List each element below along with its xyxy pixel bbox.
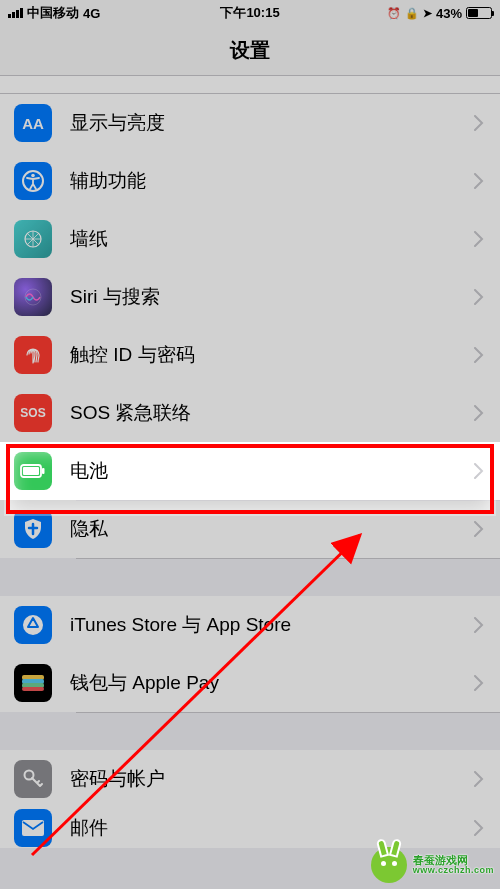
row-label: SOS 紧急联络	[70, 400, 474, 426]
siri-icon	[14, 278, 52, 316]
nav-bar: 设置	[0, 26, 500, 76]
chevron-right-icon	[474, 115, 484, 131]
row-label: 密码与帐户	[70, 766, 474, 792]
watermark: 春蚕游戏网 www.czchzh.com	[371, 847, 494, 883]
row-display-brightness[interactable]: AA 显示与亮度	[0, 94, 500, 152]
row-label: 隐私	[70, 516, 474, 542]
row-label: iTunes Store 与 App Store	[70, 612, 474, 638]
chevron-right-icon	[474, 173, 484, 189]
row-label: 触控 ID 与密码	[70, 342, 474, 368]
svg-rect-5	[23, 467, 39, 475]
battery-setting-icon	[14, 452, 52, 490]
chevron-right-icon	[474, 820, 484, 836]
row-label: 钱包与 Apple Pay	[70, 670, 474, 696]
svg-rect-6	[42, 468, 45, 474]
row-touchid-passcode[interactable]: 触控 ID 与密码	[0, 326, 500, 384]
status-right: ⏰ 🔒 ➤ 43%	[387, 6, 492, 21]
appstore-icon	[14, 606, 52, 644]
mail-icon	[14, 809, 52, 847]
sos-icon: SOS	[14, 394, 52, 432]
fingerprint-icon	[14, 336, 52, 374]
chevron-right-icon	[474, 463, 484, 479]
network-label: 4G	[83, 6, 100, 21]
battery-icon	[466, 7, 492, 19]
time-label: 下午10:15	[220, 4, 279, 22]
row-battery[interactable]: 电池	[0, 442, 500, 500]
location-icon: ➤	[423, 7, 432, 20]
status-bar: 中国移动 4G 下午10:15 ⏰ 🔒 ➤ 43%	[0, 0, 500, 26]
row-wallpaper[interactable]: 墙纸	[0, 210, 500, 268]
wallet-icon	[14, 664, 52, 702]
row-mail[interactable]: 邮件	[0, 808, 500, 848]
lock-icon: 🔒	[405, 7, 419, 20]
row-privacy[interactable]: 隐私	[0, 500, 500, 558]
row-label: 电池	[70, 458, 474, 484]
chevron-right-icon	[474, 617, 484, 633]
row-label: 墙纸	[70, 226, 474, 252]
display-icon: AA	[14, 104, 52, 142]
chevron-right-icon	[474, 405, 484, 421]
watermark-text: 春蚕游戏网 www.czchzh.com	[413, 854, 494, 876]
row-label: 辅助功能	[70, 168, 474, 194]
svg-rect-11	[22, 687, 44, 691]
wallpaper-icon	[14, 220, 52, 258]
watermark-logo-icon	[371, 847, 407, 883]
key-icon	[14, 760, 52, 798]
page-title: 设置	[230, 37, 270, 64]
row-label: Siri 与搜索	[70, 284, 474, 310]
watermark-line2: www.czchzh.com	[413, 866, 494, 876]
alarm-icon: ⏰	[387, 7, 401, 20]
row-siri-search[interactable]: Siri 与搜索	[0, 268, 500, 326]
signal-icon	[8, 8, 23, 18]
accessibility-icon	[14, 162, 52, 200]
settings-list: AA 显示与亮度 辅助功能 墙纸 Siri 与搜索 触控 ID 与密码 SOS …	[0, 76, 500, 848]
row-wallet-applepay[interactable]: 钱包与 Apple Pay	[0, 654, 500, 712]
svg-point-1	[31, 174, 35, 178]
chevron-right-icon	[474, 521, 484, 537]
chevron-right-icon	[474, 289, 484, 305]
chevron-right-icon	[474, 231, 484, 247]
chevron-right-icon	[474, 771, 484, 787]
row-label: 显示与亮度	[70, 110, 474, 136]
chevron-right-icon	[474, 347, 484, 363]
row-label: 邮件	[70, 815, 474, 841]
carrier-label: 中国移动	[27, 4, 79, 22]
group-gap	[0, 712, 500, 750]
row-itunes-appstore[interactable]: iTunes Store 与 App Store	[0, 596, 500, 654]
privacy-icon	[14, 510, 52, 548]
battery-pct-label: 43%	[436, 6, 462, 21]
group-gap	[0, 558, 500, 596]
status-left: 中国移动 4G	[8, 4, 100, 22]
row-passwords-accounts[interactable]: 密码与帐户	[0, 750, 500, 808]
partial-row-top	[0, 76, 500, 94]
row-accessibility[interactable]: 辅助功能	[0, 152, 500, 210]
row-sos[interactable]: SOS SOS 紧急联络	[0, 384, 500, 442]
chevron-right-icon	[474, 675, 484, 691]
